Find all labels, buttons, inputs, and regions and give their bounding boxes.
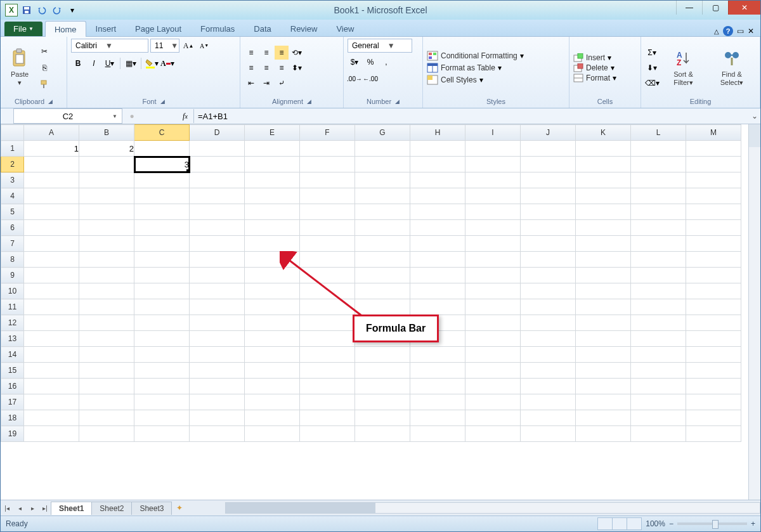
merge-icon[interactable]: ⬍▾ (290, 61, 304, 75)
row-header-7[interactable]: 7 (1, 236, 24, 252)
cell-B8[interactable] (79, 252, 134, 268)
cell-A5[interactable] (24, 204, 79, 220)
cell-A4[interactable] (24, 188, 79, 204)
cell-I13[interactable] (465, 331, 521, 347)
cell-J15[interactable] (521, 363, 576, 379)
cell-B12[interactable] (79, 315, 134, 331)
cell-D9[interactable] (190, 268, 245, 283)
zoom-level[interactable]: 100% (646, 519, 665, 528)
cell-H9[interactable] (410, 268, 465, 283)
insert-cells-button[interactable]: Insert▾ (573, 53, 616, 62)
cell-G18[interactable] (355, 410, 410, 426)
cell-A14[interactable] (24, 347, 79, 363)
row-header-3[interactable]: 3 (1, 172, 24, 188)
column-header-K[interactable]: K (576, 125, 631, 141)
cell-M2[interactable] (686, 157, 741, 172)
row-header-16[interactable]: 16 (1, 379, 24, 394)
cell-M11[interactable] (686, 299, 741, 315)
conditional-formatting-button[interactable]: Conditional Formatting▾ (427, 51, 524, 61)
cell-K11[interactable] (576, 299, 631, 315)
cell-E16[interactable] (245, 379, 300, 394)
row-header-15[interactable]: 15 (1, 363, 24, 379)
cell-F7[interactable] (300, 236, 355, 252)
cell-I12[interactable] (465, 315, 521, 331)
formula-input[interactable]: =A1+B1 (194, 109, 749, 123)
fill-color-button[interactable]: ▾ (145, 56, 159, 70)
cell-D1[interactable] (190, 141, 245, 157)
cell-G16[interactable] (355, 379, 410, 394)
cell-M15[interactable] (686, 363, 741, 379)
italic-button[interactable]: I (87, 56, 101, 70)
cell-F2[interactable] (300, 157, 355, 172)
cell-D7[interactable] (190, 236, 245, 252)
cell-F12[interactable] (300, 315, 355, 331)
cell-D16[interactable] (190, 379, 245, 394)
redo-icon[interactable] (50, 3, 64, 17)
increase-indent-icon[interactable]: ⇥ (259, 76, 273, 90)
cell-B10[interactable] (79, 283, 134, 299)
cell-B17[interactable] (79, 394, 134, 410)
cell-E1[interactable] (245, 141, 300, 157)
cell-H3[interactable] (410, 172, 465, 188)
cell-M7[interactable] (686, 236, 741, 252)
horizontal-scrollbar[interactable] (225, 502, 760, 514)
excel-icon[interactable]: X (4, 3, 18, 17)
fill-icon[interactable]: ⬇▾ (645, 61, 659, 75)
cell-G3[interactable] (355, 172, 410, 188)
column-header-I[interactable]: I (465, 125, 521, 141)
cell-A1[interactable]: 1 (24, 141, 79, 157)
cell-I3[interactable] (465, 172, 521, 188)
close-button[interactable]: ✕ (728, 1, 760, 15)
row-header-4[interactable]: 4 (1, 188, 24, 204)
cell-J1[interactable] (521, 141, 576, 157)
page-break-view-icon[interactable] (627, 518, 641, 529)
clipboard-launcher-icon[interactable]: ◢ (48, 98, 53, 105)
sheet-tab-sheet3[interactable]: Sheet3 (131, 502, 172, 515)
cell-C15[interactable] (134, 363, 190, 379)
cell-J12[interactable] (521, 315, 576, 331)
format-cells-button[interactable]: Format▾ (573, 74, 616, 82)
normal-view-icon[interactable] (598, 518, 613, 529)
tab-data[interactable]: Data (244, 20, 280, 36)
cell-G6[interactable] (355, 220, 410, 236)
autosum-icon[interactable]: Σ▾ (645, 46, 659, 60)
cell-M12[interactable] (686, 315, 741, 331)
cell-H18[interactable] (410, 410, 465, 426)
column-header-D[interactable]: D (190, 125, 245, 141)
tab-file[interactable]: File ▼ (4, 22, 42, 36)
cell-L4[interactable] (631, 188, 686, 204)
cell-H17[interactable] (410, 394, 465, 410)
cell-C8[interactable] (134, 252, 190, 268)
format-painter-icon[interactable] (37, 77, 51, 91)
font-color-button[interactable]: A▾ (160, 56, 174, 70)
row-header-6[interactable]: 6 (1, 220, 24, 236)
cell-M8[interactable] (686, 252, 741, 268)
column-header-M[interactable]: M (686, 125, 741, 141)
cell-I6[interactable] (465, 220, 521, 236)
cell-L12[interactable] (631, 315, 686, 331)
cell-C14[interactable] (134, 347, 190, 363)
cell-D6[interactable] (190, 220, 245, 236)
cell-E15[interactable] (245, 363, 300, 379)
cell-C10[interactable] (134, 283, 190, 299)
cell-L8[interactable] (631, 252, 686, 268)
cell-B14[interactable] (79, 347, 134, 363)
cell-E18[interactable] (245, 410, 300, 426)
cell-F14[interactable] (300, 347, 355, 363)
cell-I8[interactable] (465, 252, 521, 268)
cell-G15[interactable] (355, 363, 410, 379)
row-header-2[interactable]: 2 (1, 157, 24, 172)
column-header-G[interactable]: G (355, 125, 410, 141)
cell-E10[interactable] (245, 283, 300, 299)
percent-icon[interactable]: % (363, 55, 377, 69)
cell-G10[interactable] (355, 283, 410, 299)
cell-L2[interactable] (631, 157, 686, 172)
cell-M10[interactable] (686, 283, 741, 299)
tab-formulas[interactable]: Formulas (191, 20, 244, 36)
cell-K5[interactable] (576, 204, 631, 220)
cell-I18[interactable] (465, 410, 521, 426)
minimize-ribbon-icon[interactable]: △ (714, 28, 719, 35)
cell-D2[interactable] (190, 157, 245, 172)
cell-F3[interactable] (300, 172, 355, 188)
cell-K3[interactable] (576, 172, 631, 188)
